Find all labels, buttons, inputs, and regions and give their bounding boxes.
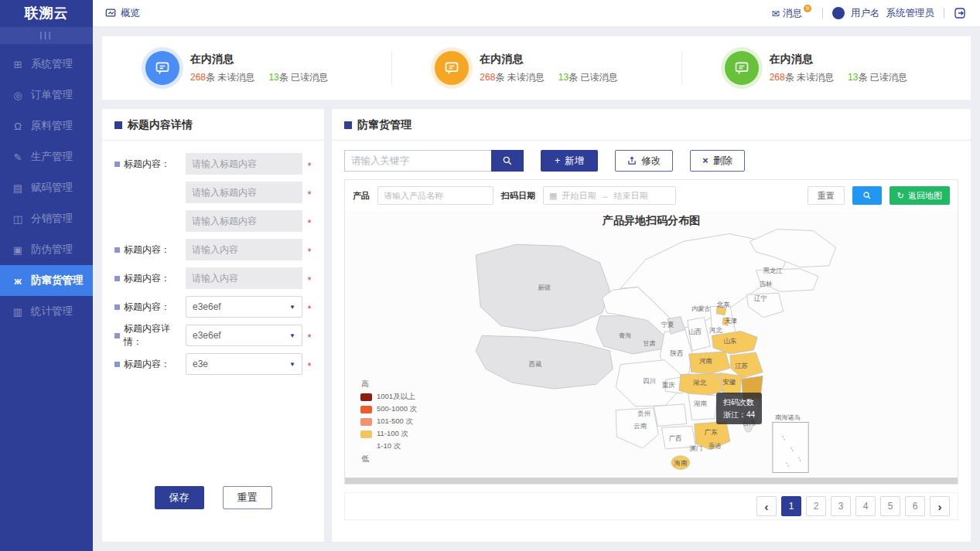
- sidebar-item-distribution[interactable]: ◫分销管理: [0, 203, 93, 234]
- pagination-next[interactable]: ›: [930, 496, 950, 516]
- province-label: 四川: [643, 377, 656, 385]
- china-map-svg[interactable]: 新疆 西藏 青海 甘肃 宁夏 内蒙古 黑龙江 吉林 辽宁 北京 天津: [345, 221, 958, 480]
- logout-button[interactable]: [954, 7, 966, 19]
- province-label: 西藏: [529, 360, 542, 368]
- content-input-1[interactable]: [186, 239, 302, 260]
- map-title: 产品异地扫码分布图: [345, 214, 958, 228]
- form-row: 标题内容： *: [114, 267, 313, 289]
- sidebar-item-coding[interactable]: ▤赋码管理: [0, 172, 93, 203]
- sidebar-item-anti-fake[interactable]: ▣防伪管理: [0, 234, 93, 265]
- delete-button[interactable]: ×删除: [690, 150, 744, 172]
- chevron-down-icon: ▼: [289, 332, 295, 339]
- map-panel: 产品 扫码日期 ▦ 开始日期 → 结束日期 重置: [344, 179, 958, 485]
- title-select-2[interactable]: e3e▼: [186, 353, 302, 375]
- content-input-2[interactable]: [186, 267, 302, 289]
- title-input-1[interactable]: [186, 153, 302, 175]
- province-label: 河北: [709, 326, 722, 334]
- pagination-prev[interactable]: ‹: [756, 496, 777, 516]
- user-menu[interactable]: 用户名 系统管理员: [832, 7, 934, 20]
- plus-icon: +: [555, 155, 560, 166]
- sidebar-item-orders[interactable]: ◎订单管理: [0, 80, 93, 111]
- back-to-map-button[interactable]: ↻返回地图: [890, 186, 950, 205]
- sidebar-collapse-toggle[interactable]: |||: [0, 27, 93, 44]
- pagination-page-5[interactable]: 5: [880, 496, 900, 516]
- product-input[interactable]: [377, 186, 493, 205]
- province-shape-guizhou[interactable]: [654, 404, 686, 427]
- title-form: 标题内容： * * *: [102, 141, 324, 375]
- pagination-page-2[interactable]: 2: [806, 496, 826, 516]
- pagination-page-6[interactable]: 6: [905, 496, 925, 516]
- sidebar-item-materials[interactable]: Ω原料管理: [0, 111, 93, 141]
- reset-button[interactable]: 重置: [223, 486, 272, 509]
- user-role: 系统管理员: [886, 7, 935, 20]
- keyword-input[interactable]: [344, 150, 491, 172]
- person-icon: ж: [12, 275, 24, 287]
- message-cards: 在内消息 268条 未读消息13条 已读消息 在内消息 268条 未读消息13条…: [102, 36, 971, 100]
- sidebar-item-production[interactable]: ✎生产管理: [0, 141, 93, 172]
- content: 在内消息 268条 未读消息13条 已读消息 在内消息 268条 未读消息13条…: [93, 27, 980, 551]
- title-input-2[interactable]: [186, 182, 302, 203]
- filter-search-button[interactable]: [852, 186, 882, 205]
- unread-count: 268: [190, 72, 206, 83]
- required-mark: *: [306, 304, 313, 315]
- province-label: 湖南: [693, 400, 707, 407]
- pagination-page-4[interactable]: 4: [855, 496, 876, 516]
- province-label: 宁夏: [661, 321, 674, 328]
- divider: [944, 8, 944, 19]
- province-label: 河南: [699, 357, 712, 365]
- section-bullet: [114, 121, 122, 129]
- map-tooltip: 扫码次数 浙江：44: [716, 393, 762, 424]
- breadcrumb[interactable]: 概览: [105, 7, 140, 20]
- province-label: 黑龙江: [763, 267, 783, 274]
- sidebar: 联溯云 ||| ⊞系统管理 ◎订单管理 Ω原料管理 ✎生产管理 ▤赋码管理 ◫分…: [0, 0, 93, 551]
- search-button[interactable]: [491, 150, 524, 172]
- title-detail-panel: 标题内容详情 标题内容： * *: [102, 109, 324, 542]
- required-mark: *: [306, 247, 313, 257]
- app-logo: 联溯云: [0, 0, 93, 27]
- required-mark: *: [306, 161, 313, 172]
- province-label: 海南: [674, 459, 688, 467]
- export-icon: [627, 156, 637, 165]
- mail-icon: ✉: [772, 8, 780, 19]
- legend-high: 高: [361, 379, 417, 389]
- sidebar-item-statistics[interactable]: ▥统计管理: [0, 296, 93, 327]
- topbar: 概览 ✉ 消息 9 用户名 系统管理员: [93, 0, 980, 27]
- unread-count: 268: [480, 72, 495, 83]
- message-card-internal-2[interactable]: 在内消息 268条 未读消息13条 已读消息: [391, 36, 681, 100]
- filter-reset-button[interactable]: 重置: [808, 186, 845, 205]
- save-button[interactable]: 保存: [155, 486, 204, 509]
- divider: [822, 8, 823, 19]
- province-shape-xizang[interactable]: [476, 335, 613, 389]
- required-mark: *: [306, 275, 313, 286]
- main-column: 概览 ✉ 消息 9 用户名 系统管理员: [93, 0, 980, 551]
- chat-bubble-icon: [145, 51, 179, 85]
- messages-link[interactable]: ✉ 消息 9: [772, 7, 813, 20]
- panel-toolbar: +新增 修改 ×删除: [344, 150, 958, 172]
- province-label: 吉林: [760, 280, 773, 287]
- message-card-internal-1[interactable]: 在内消息 268条 未读消息13条 已读消息: [102, 36, 391, 100]
- pagination-page-1[interactable]: 1: [781, 496, 801, 516]
- pagination-page-3[interactable]: 3: [831, 496, 851, 516]
- logout-icon: [954, 7, 966, 19]
- chat-bubble-icon: [435, 51, 469, 85]
- province-label: 贵州: [637, 410, 650, 417]
- topbar-right: ✉ 消息 9 用户名 系统管理员: [772, 7, 966, 20]
- add-button[interactable]: +新增: [541, 150, 598, 172]
- edit-button[interactable]: 修改: [615, 150, 673, 172]
- province-label: 青海: [619, 332, 632, 339]
- calendar-icon: ▦: [549, 191, 557, 201]
- form-row: *: [114, 182, 313, 203]
- message-card-internal-3[interactable]: 在内消息 268条 未读消息13条 已读消息: [681, 36, 971, 100]
- sidebar-item-system[interactable]: ⊞系统管理: [0, 49, 93, 80]
- required-mark: *: [306, 218, 313, 229]
- card-title: 在内消息: [190, 53, 328, 66]
- legend-item: 500-1000 次: [360, 404, 417, 414]
- map-legend: 高 1001及以上 500-1000 次 101-500 次 11-100 次 …: [360, 378, 417, 465]
- sidebar-item-anti-channel[interactable]: ж防窜货管理: [0, 265, 93, 296]
- date-range-input[interactable]: ▦ 开始日期 → 结束日期: [543, 186, 676, 205]
- title-detail-select[interactable]: e3e6ef▼: [186, 325, 302, 346]
- title-select-1[interactable]: e3e6ef▼: [186, 296, 302, 318]
- title-input-3[interactable]: [186, 210, 302, 232]
- form-row: 标题内容： e3e6ef▼ *: [114, 296, 313, 318]
- overview-icon: [105, 8, 116, 19]
